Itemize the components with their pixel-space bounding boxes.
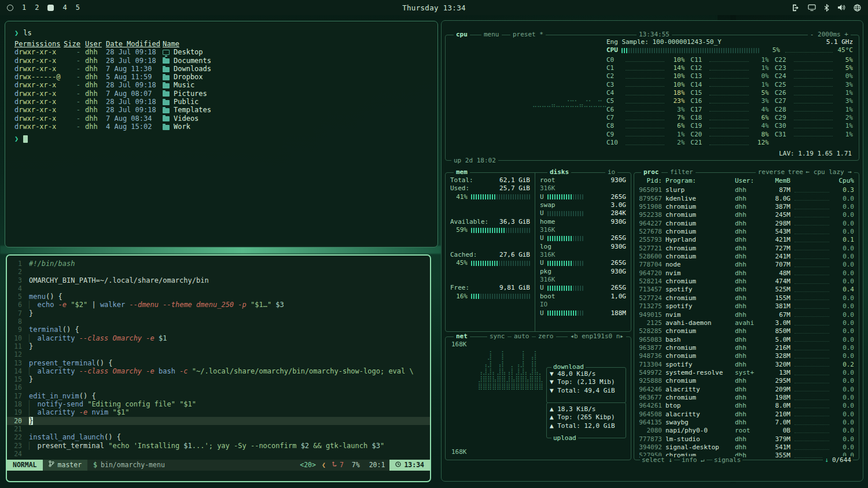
cpu-core: C111%	[690, 56, 768, 64]
preset-button[interactable]: preset *	[510, 31, 546, 39]
proc-row[interactable]: 528214chromiumdhh474M0.0	[639, 278, 854, 286]
proc-footer-action[interactable]: signals	[712, 456, 742, 464]
proc-row[interactable]: 528600chromiumdhh241M0.0	[639, 253, 854, 261]
proc-row[interactable]: 549972systemd-resolvesyst+13M0.0	[639, 369, 854, 377]
proc-row[interactable]: 527721chromiumdhh727M0.0	[639, 245, 854, 253]
cpu-core: C261%	[775, 89, 853, 97]
proc-row[interactable]: 713275spotifydhh381M0.0	[639, 302, 854, 310]
code-area[interactable]: 1#!/bin/bash23OMARCHY_BIN_PATH=~/.local/…	[7, 256, 430, 460]
proc-row[interactable]: 965083bashdhh5.0M0.0	[639, 336, 854, 344]
cpu-core: C235%	[775, 64, 853, 72]
proc-row[interactable]: 963677chromiumdhh198M0.0	[639, 394, 854, 402]
line-number: 9	[7, 326, 29, 334]
net-box-title[interactable]: net	[454, 332, 470, 341]
menu-button[interactable]: menu	[481, 31, 502, 39]
proc-row[interactable]: 255793Hyprlanddhh421M0.1	[639, 236, 854, 244]
proc-row[interactable]: 713457spotifydhh525M0.4	[639, 286, 854, 294]
workspace-2[interactable]: 2	[35, 3, 39, 12]
workspace-1[interactable]: 1	[22, 3, 26, 12]
reverse-toggle[interactable]: reverse	[756, 168, 787, 176]
command-line[interactable]	[7, 471, 430, 481]
volume-icon[interactable]	[837, 4, 845, 11]
proc-row[interactable]: 2080napi/phy0-0root0B0.0	[639, 427, 854, 435]
workspace-3-active[interactable]	[47, 5, 54, 11]
disks-box-title[interactable]: disks	[547, 168, 571, 176]
proc-row[interactable]: 964508alacrittydhh210M0.0	[639, 411, 854, 419]
workspace-5[interactable]: 5	[76, 3, 80, 12]
proc-row[interactable]: 949015nvimdhh67M0.0	[639, 311, 854, 319]
line-number: 2	[7, 268, 29, 276]
proc-footer-action[interactable]: select ↓	[640, 456, 674, 464]
zero-toggle[interactable]: zero	[536, 332, 556, 341]
mem-box-title[interactable]: mem	[454, 168, 470, 176]
scroll-down-icon[interactable]: ↓	[825, 456, 829, 464]
disk-free-value: 265G	[611, 193, 627, 201]
proc-row[interactable]: 964261btopdhh8.0M0.0	[639, 402, 854, 410]
proc-row[interactable]: 925888chromiumdhh295M0.0	[639, 377, 854, 385]
net-box: net sync auto zero ◂b enp191s0 n▸ 168K 1…	[445, 337, 631, 460]
network-icon[interactable]	[854, 4, 861, 12]
disk-free-value: 265G	[611, 284, 627, 292]
cpu-core: C141%	[690, 81, 768, 89]
auto-toggle[interactable]: auto	[512, 332, 532, 341]
proc-row[interactable]: 952238chromiumdhh245M0.0	[639, 211, 854, 219]
user-cell: dhh	[80, 73, 106, 81]
io-toggle[interactable]: io	[605, 168, 617, 176]
cpu-frequency: 5.1 GHz	[826, 38, 853, 46]
cpu-box-title[interactable]: cpu	[454, 31, 470, 39]
proc-row[interactable]: 713304spotifydhh320M0.2	[639, 361, 854, 369]
proc-row[interactable]: 777873lm-studiodhh379M0.0	[639, 435, 854, 443]
proc-footer-action[interactable]: info ↵	[680, 456, 707, 464]
col-header-memb[interactable]: MemB	[765, 177, 790, 185]
proc-row[interactable]: 778704nodedhh707M0.0	[639, 261, 854, 269]
code-line: 7}	[7, 309, 430, 317]
proc-row[interactable]: 879567kdenlivedhh8.0G0.0	[639, 195, 854, 203]
prompt-line[interactable]: ❯	[14, 134, 428, 143]
size-cell: -	[61, 98, 80, 106]
proc-row[interactable]: 964246alacrittydhh209M0.0	[639, 386, 854, 394]
col-header-program[interactable]: Program:	[665, 177, 735, 185]
proc-count: ↓0/644	[823, 456, 853, 464]
proc-row[interactable]: 951908chromiumdhh387M0.0	[639, 203, 854, 211]
code-line: 16	[7, 383, 430, 391]
disk-used-meter	[547, 211, 583, 216]
proc-row[interactable]: 964720nvimdhh48M0.0	[639, 269, 854, 278]
workspace-switcher: 1 2 4 5	[7, 3, 146, 12]
permissions-cell: drwxr-xr-x	[14, 81, 61, 89]
filter-button[interactable]: filter	[668, 168, 696, 176]
col-header-cpu[interactable]: Cpu%	[833, 177, 854, 185]
proc-row[interactable]: 964227chromiumdhh298M0.0	[639, 220, 854, 228]
code-line: 13present_terminal() {	[7, 359, 430, 367]
folder-icon	[163, 91, 170, 97]
proc-row[interactable]: 964135swaybgdhh7.0M0.0	[639, 419, 854, 427]
keymap-indicator: <20>	[296, 460, 319, 471]
net-upload-stat: ▲ 18,3 KiB/s	[550, 405, 623, 413]
sync-toggle[interactable]: sync	[487, 332, 507, 341]
proc-row[interactable]: 963877chromiumdhh216M0.0	[639, 344, 854, 352]
proc-row[interactable]: 965091slurpdhh87M0.3	[639, 186, 854, 194]
workspace-4[interactable]: 4	[62, 3, 67, 12]
tree-toggle[interactable]: tree	[786, 168, 806, 176]
cpu-core: C2112%	[690, 139, 768, 147]
proc-row[interactable]: 527678chromiumdhh543M0.0	[639, 228, 854, 236]
update-interval-control[interactable]: - 2000ms +	[808, 31, 851, 39]
bluetooth-icon[interactable]	[824, 4, 829, 12]
omarchy-menu-icon[interactable]	[7, 5, 13, 11]
col-header-user[interactable]: User:	[735, 177, 765, 185]
display-icon[interactable]	[808, 4, 816, 11]
col-header-pid[interactable]: Pid:	[639, 177, 665, 185]
interface-switcher[interactable]: ◂b enp191s0 n▸	[568, 332, 626, 341]
clock[interactable]: Thursday 13:34	[146, 3, 722, 12]
proc-row[interactable]: 948736chromiumdhh328M0.0	[639, 352, 854, 360]
disk-used-meter	[547, 286, 583, 291]
sort-mode-selector[interactable]: ← cpu lazy →	[804, 168, 854, 176]
proc-row[interactable]: 394092signal-desktopdhh541M0.0	[639, 443, 854, 452]
proc-row[interactable]: 2125avahi-daemonavahi3.0M0.0	[639, 319, 854, 327]
proc-row[interactable]: 527724chromiumdhh155M0.0	[639, 294, 854, 302]
cpu-core: C155%	[690, 89, 768, 97]
proc-row[interactable]: 528285chromiumdhh850M0.0	[639, 327, 854, 335]
cpu-core: C253%	[775, 81, 853, 89]
proc-box-title[interactable]: proc	[641, 168, 661, 176]
logout-icon[interactable]	[792, 4, 800, 12]
cpu-total-label: CPU	[606, 46, 618, 54]
